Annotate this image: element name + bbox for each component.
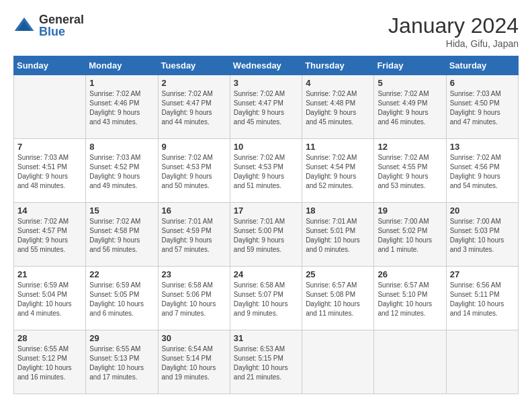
day-cell bbox=[302, 330, 374, 394]
day-info: Sunrise: 7:02 AM Sunset: 4:56 PM Dayligh… bbox=[450, 153, 515, 191]
day-info: Sunrise: 7:01 AM Sunset: 5:00 PM Dayligh… bbox=[234, 217, 298, 255]
logo: General Blue bbox=[13, 13, 84, 38]
day-number: 23 bbox=[162, 269, 226, 279]
header: General Blue January 2024 Hida, Gifu, Ja… bbox=[13, 13, 519, 49]
day-info: Sunrise: 6:58 AM Sunset: 5:06 PM Dayligh… bbox=[162, 281, 226, 318]
day-cell: 26Sunrise: 6:57 AM Sunset: 5:10 PM Dayli… bbox=[374, 267, 446, 330]
day-cell: 21Sunrise: 6:59 AM Sunset: 5:04 PM Dayli… bbox=[14, 267, 86, 330]
day-number: 6 bbox=[450, 78, 515, 88]
day-info: Sunrise: 7:02 AM Sunset: 4:47 PM Dayligh… bbox=[234, 89, 298, 127]
calendar-subtitle: Hida, Gifu, Japan bbox=[388, 38, 519, 49]
calendar-title: January 2024 bbox=[388, 13, 519, 38]
day-info: Sunrise: 7:03 AM Sunset: 4:50 PM Dayligh… bbox=[450, 89, 515, 127]
day-info: Sunrise: 7:01 AM Sunset: 4:59 PM Dayligh… bbox=[162, 217, 226, 255]
day-info: Sunrise: 6:55 AM Sunset: 5:13 PM Dayligh… bbox=[89, 345, 154, 382]
day-info: Sunrise: 6:54 AM Sunset: 5:14 PM Dayligh… bbox=[162, 345, 226, 382]
day-cell: 24Sunrise: 6:58 AM Sunset: 5:07 PM Dayli… bbox=[230, 267, 302, 330]
day-number: 12 bbox=[378, 142, 442, 152]
day-number: 26 bbox=[378, 269, 442, 279]
day-info: Sunrise: 7:02 AM Sunset: 4:53 PM Dayligh… bbox=[234, 153, 298, 191]
logo-text: General Blue bbox=[39, 13, 84, 38]
day-info: Sunrise: 7:03 AM Sunset: 4:52 PM Dayligh… bbox=[89, 153, 154, 191]
day-cell: 25Sunrise: 6:57 AM Sunset: 5:08 PM Dayli… bbox=[302, 267, 374, 330]
header-row: SundayMondayTuesdayWednesdayThursdayFrid… bbox=[14, 56, 519, 75]
logo-blue-text: Blue bbox=[39, 26, 84, 38]
day-number: 5 bbox=[378, 78, 442, 88]
logo-general-text: General bbox=[39, 13, 84, 26]
day-info: Sunrise: 7:02 AM Sunset: 4:48 PM Dayligh… bbox=[306, 89, 370, 127]
day-number: 17 bbox=[234, 205, 298, 216]
week-row-4: 21Sunrise: 6:59 AM Sunset: 5:04 PM Dayli… bbox=[14, 267, 519, 330]
day-info: Sunrise: 7:00 AM Sunset: 5:02 PM Dayligh… bbox=[378, 217, 442, 255]
week-row-5: 28Sunrise: 6:55 AM Sunset: 5:12 PM Dayli… bbox=[14, 330, 519, 394]
day-cell: 28Sunrise: 6:55 AM Sunset: 5:12 PM Dayli… bbox=[14, 330, 86, 394]
day-number: 31 bbox=[234, 333, 298, 343]
day-number: 10 bbox=[234, 142, 298, 152]
column-header-tuesday: Tuesday bbox=[158, 56, 230, 75]
day-cell: 30Sunrise: 6:54 AM Sunset: 5:14 PM Dayli… bbox=[158, 330, 230, 394]
day-cell: 12Sunrise: 7:02 AM Sunset: 4:55 PM Dayli… bbox=[374, 139, 446, 203]
week-row-2: 7Sunrise: 7:03 AM Sunset: 4:51 PM Daylig… bbox=[14, 139, 519, 203]
day-info: Sunrise: 7:02 AM Sunset: 4:46 PM Dayligh… bbox=[89, 89, 154, 127]
day-info: Sunrise: 6:53 AM Sunset: 5:15 PM Dayligh… bbox=[234, 345, 298, 382]
day-cell: 10Sunrise: 7:02 AM Sunset: 4:53 PM Dayli… bbox=[230, 139, 302, 203]
day-cell: 1Sunrise: 7:02 AM Sunset: 4:46 PM Daylig… bbox=[86, 75, 158, 139]
day-cell: 6Sunrise: 7:03 AM Sunset: 4:50 PM Daylig… bbox=[446, 75, 518, 139]
day-info: Sunrise: 6:55 AM Sunset: 5:12 PM Dayligh… bbox=[17, 345, 82, 382]
day-number: 13 bbox=[450, 142, 515, 152]
day-number: 30 bbox=[162, 333, 226, 343]
day-number: 21 bbox=[17, 269, 82, 279]
day-cell: 29Sunrise: 6:55 AM Sunset: 5:13 PM Dayli… bbox=[86, 330, 158, 394]
day-info: Sunrise: 7:02 AM Sunset: 4:57 PM Dayligh… bbox=[17, 217, 82, 255]
day-info: Sunrise: 7:00 AM Sunset: 5:03 PM Dayligh… bbox=[450, 217, 515, 255]
day-cell: 5Sunrise: 7:02 AM Sunset: 4:49 PM Daylig… bbox=[374, 75, 446, 139]
day-cell: 7Sunrise: 7:03 AM Sunset: 4:51 PM Daylig… bbox=[14, 139, 86, 203]
column-header-saturday: Saturday bbox=[446, 56, 518, 75]
day-cell: 9Sunrise: 7:02 AM Sunset: 4:53 PM Daylig… bbox=[158, 139, 230, 203]
day-number: 11 bbox=[306, 142, 370, 152]
day-number: 7 bbox=[17, 142, 82, 152]
day-cell: 16Sunrise: 7:01 AM Sunset: 4:59 PM Dayli… bbox=[158, 203, 230, 267]
day-number: 15 bbox=[89, 205, 154, 216]
day-cell: 31Sunrise: 6:53 AM Sunset: 5:15 PM Dayli… bbox=[230, 330, 302, 394]
day-cell: 15Sunrise: 7:02 AM Sunset: 4:58 PM Dayli… bbox=[86, 203, 158, 267]
day-number: 2 bbox=[162, 78, 226, 88]
day-number: 3 bbox=[234, 78, 298, 88]
day-cell: 23Sunrise: 6:58 AM Sunset: 5:06 PM Dayli… bbox=[158, 267, 230, 330]
week-row-1: 1Sunrise: 7:02 AM Sunset: 4:46 PM Daylig… bbox=[14, 75, 519, 139]
day-cell bbox=[446, 330, 518, 394]
column-header-friday: Friday bbox=[374, 56, 446, 75]
day-number: 22 bbox=[89, 269, 154, 279]
day-number: 25 bbox=[306, 269, 370, 279]
day-number: 19 bbox=[378, 205, 442, 216]
day-number: 1 bbox=[89, 78, 154, 88]
day-info: Sunrise: 7:02 AM Sunset: 4:54 PM Dayligh… bbox=[306, 153, 370, 191]
day-number: 18 bbox=[306, 205, 370, 216]
week-row-3: 14Sunrise: 7:02 AM Sunset: 4:57 PM Dayli… bbox=[14, 203, 519, 267]
column-header-monday: Monday bbox=[86, 56, 158, 75]
day-info: Sunrise: 7:02 AM Sunset: 4:47 PM Dayligh… bbox=[162, 89, 226, 127]
day-info: Sunrise: 6:59 AM Sunset: 5:04 PM Dayligh… bbox=[17, 281, 82, 318]
day-cell: 14Sunrise: 7:02 AM Sunset: 4:57 PM Dayli… bbox=[14, 203, 86, 267]
day-info: Sunrise: 7:01 AM Sunset: 5:01 PM Dayligh… bbox=[306, 217, 370, 255]
logo-icon bbox=[13, 15, 35, 36]
day-cell: 19Sunrise: 7:00 AM Sunset: 5:02 PM Dayli… bbox=[374, 203, 446, 267]
day-number: 8 bbox=[89, 142, 154, 152]
day-number: 9 bbox=[162, 142, 226, 152]
day-cell: 4Sunrise: 7:02 AM Sunset: 4:48 PM Daylig… bbox=[302, 75, 374, 139]
day-info: Sunrise: 6:59 AM Sunset: 5:05 PM Dayligh… bbox=[89, 281, 154, 318]
day-info: Sunrise: 6:56 AM Sunset: 5:11 PM Dayligh… bbox=[450, 281, 515, 318]
day-cell bbox=[374, 330, 446, 394]
day-info: Sunrise: 6:58 AM Sunset: 5:07 PM Dayligh… bbox=[234, 281, 298, 318]
day-info: Sunrise: 7:02 AM Sunset: 4:53 PM Dayligh… bbox=[162, 153, 226, 191]
calendar-table: SundayMondayTuesdayWednesdayThursdayFrid… bbox=[13, 56, 519, 394]
day-info: Sunrise: 6:57 AM Sunset: 5:08 PM Dayligh… bbox=[306, 281, 370, 318]
day-number: 27 bbox=[450, 269, 515, 279]
day-info: Sunrise: 7:03 AM Sunset: 4:51 PM Dayligh… bbox=[17, 153, 82, 191]
day-cell: 11Sunrise: 7:02 AM Sunset: 4:54 PM Dayli… bbox=[302, 139, 374, 203]
day-cell: 22Sunrise: 6:59 AM Sunset: 5:05 PM Dayli… bbox=[86, 267, 158, 330]
day-cell: 17Sunrise: 7:01 AM Sunset: 5:00 PM Dayli… bbox=[230, 203, 302, 267]
day-info: Sunrise: 7:02 AM Sunset: 4:58 PM Dayligh… bbox=[89, 217, 154, 255]
column-header-thursday: Thursday bbox=[302, 56, 374, 75]
day-cell: 13Sunrise: 7:02 AM Sunset: 4:56 PM Dayli… bbox=[446, 139, 518, 203]
